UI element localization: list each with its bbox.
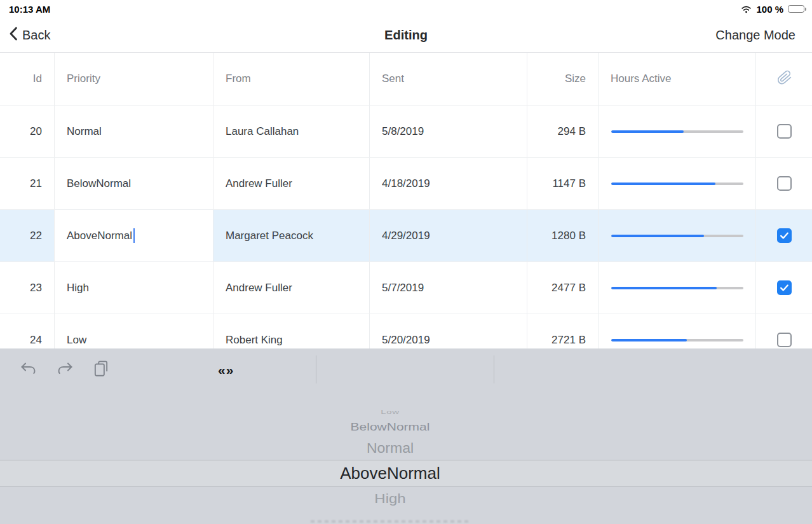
picker-item-belownormal[interactable]: BelowNormal (263, 420, 517, 432)
cell-size: 1280 B (527, 210, 599, 262)
attachment-checkbox[interactable] (777, 280, 792, 295)
attachment-checkbox[interactable] (777, 176, 792, 191)
cell-id: 22 (0, 210, 55, 262)
app-screen: 10:13 AM 100 % Back Edi (0, 0, 812, 524)
table-row[interactable]: 22 AboveNormal Margaret Peacock 4/29/201… (0, 210, 812, 262)
column-header-hours-active[interactable]: Hours Active (599, 53, 756, 106)
cell-attachment (756, 158, 812, 210)
wifi-icon (741, 5, 752, 13)
priority-text: High (67, 282, 89, 294)
cell-from: Andrew Fuller (213, 262, 370, 314)
cell-id: 20 (0, 106, 55, 158)
nav-bar: Back Editing Change Mode (0, 18, 812, 52)
cell-from: Laura Callahan (213, 106, 370, 158)
priority-text: BelowNormal (67, 177, 131, 190)
cell-attachment (756, 262, 812, 314)
column-header-priority[interactable]: Priority (55, 53, 213, 106)
status-bar: 10:13 AM 100 % (0, 0, 812, 18)
table-row[interactable]: 21 BelowNormal Andrew Fuller 4/18/2019 1… (0, 158, 812, 210)
battery-percent: 100 % (756, 4, 783, 15)
page-title: Editing (0, 28, 812, 43)
cell-sent: 4/18/2019 (370, 158, 527, 210)
cell-attachment (756, 106, 812, 158)
cell-priority[interactable]: AboveNormal (55, 210, 213, 262)
cell-hours-active (599, 262, 756, 314)
hours-active-progress-bar (611, 130, 743, 133)
priority-picker-wheel[interactable]: LowBelowNormalNormalAboveNormalHigh (0, 348, 812, 524)
attachment-checkbox[interactable] (777, 124, 792, 139)
column-header-size[interactable]: Size (527, 53, 599, 106)
cell-hours-active (599, 158, 756, 210)
keyboard-overlay: «» LowBelowNormalNormalAboveNormalHigh (0, 348, 812, 524)
column-header-from[interactable]: From (213, 53, 370, 106)
cell-id: 21 (0, 158, 55, 210)
grid-header-row: Id Priority From Sent Size Hours Active (0, 53, 812, 106)
table-row[interactable]: 23 High Andrew Fuller 5/7/2019 2477 B (0, 262, 812, 314)
cell-sent: 5/7/2019 (370, 262, 527, 314)
hours-active-progress-bar (611, 287, 743, 289)
picker-item-normal[interactable]: Normal (263, 441, 517, 457)
table-row[interactable]: 20 Normal Laura Callahan 5/8/2019 294 B (0, 106, 812, 158)
grid-body: 20 Normal Laura Callahan 5/8/2019 294 B … (0, 106, 812, 366)
cell-hours-active (599, 106, 756, 158)
cell-hours-active (599, 210, 756, 262)
cell-size: 294 B (527, 106, 599, 158)
cell-attachment (756, 210, 812, 262)
cell-priority[interactable]: Normal (55, 106, 213, 158)
data-grid: Id Priority From Sent Size Hours Active … (0, 52, 812, 366)
picker-item-abovenormal[interactable]: AboveNormal (263, 464, 517, 483)
priority-text: AboveNormal (67, 230, 132, 242)
attachment-checkbox[interactable] (777, 228, 792, 243)
hours-active-progress-bar (611, 339, 743, 341)
clock: 10:13 AM (9, 4, 50, 15)
cell-sent: 4/29/2019 (370, 210, 527, 262)
column-header-id[interactable]: Id (0, 53, 55, 106)
cell-from: Andrew Fuller (213, 158, 370, 210)
picker-item-partial (311, 520, 470, 523)
picker-item-low[interactable]: Low (263, 408, 517, 415)
column-header-attachment[interactable] (756, 53, 812, 106)
change-mode-button[interactable]: Change Mode (715, 28, 795, 43)
priority-text: Low (67, 334, 86, 347)
hours-active-progress-bar (611, 235, 743, 237)
column-header-sent[interactable]: Sent (370, 53, 527, 106)
text-cursor (133, 228, 135, 243)
cell-from: Margaret Peacock (213, 210, 370, 262)
hours-active-progress-bar (611, 183, 743, 185)
cell-sent: 5/8/2019 (370, 106, 527, 158)
picker-item-high[interactable]: High (263, 491, 517, 506)
cell-size: 2477 B (527, 262, 599, 314)
priority-text: Normal (67, 125, 102, 138)
attachment-checkbox[interactable] (777, 333, 792, 347)
battery-icon (788, 5, 804, 13)
paperclip-icon (775, 69, 793, 90)
cell-size: 1147 B (527, 158, 599, 210)
cell-priority[interactable]: BelowNormal (55, 158, 213, 210)
cell-id: 23 (0, 262, 55, 314)
cell-priority[interactable]: High (55, 262, 213, 314)
